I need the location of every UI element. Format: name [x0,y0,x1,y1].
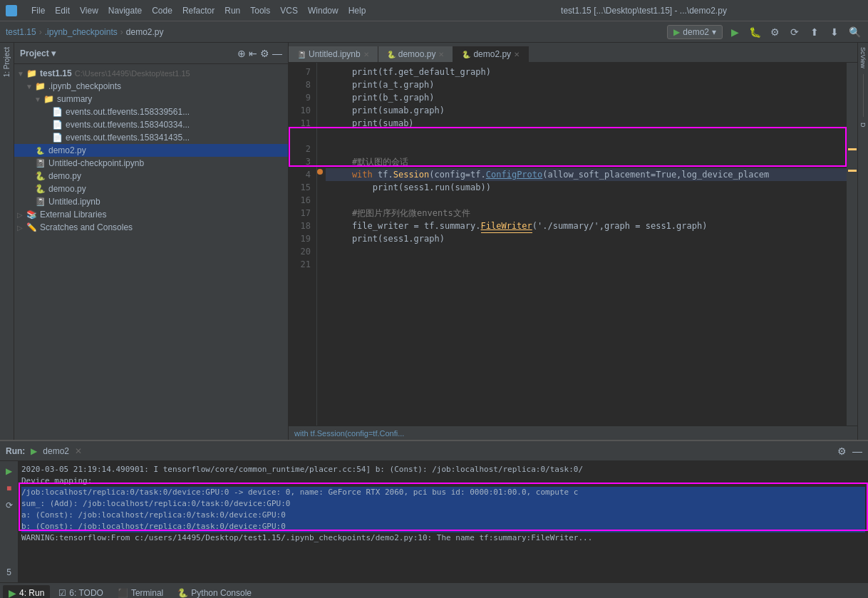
tree-label-external-libs: External Libraries [40,210,106,220]
tab-untitled-ipynb[interactable]: 📓 Untitled.ipynb ✕ [289,46,378,62]
tab-close-demo2[interactable]: ✕ [514,51,520,58]
breadcrumb-project[interactable]: test1.15 [6,27,36,37]
menu-help[interactable]: Help [344,4,371,17]
menu-vcs[interactable]: VCS [276,4,302,17]
tab-demoo[interactable]: 🐍 demoo.py ✕ [378,46,454,62]
tree-item-untitled-checkpoint[interactable]: ▷ 📓 Untitled-checkpoint.ipynb [14,157,288,170]
tab-demo2[interactable]: 🐍 demo2.py ✕ [453,46,529,62]
tree-label-demo2: demo2.py [48,145,86,155]
run-settings-button[interactable]: ⚙ [837,445,847,457]
tree-item-scratches[interactable]: ▷ ✏️ Scratches and Consoles [14,221,288,234]
scratch-icon: ✏️ [26,222,37,232]
code-line-20 [326,245,847,258]
tree-item-events2[interactable]: ▷ 📄 events.out.tfevents.158340334... [14,118,288,131]
project-panel-title: Project ▾ [20,48,237,58]
locate-file-button[interactable]: ⊕ [237,48,246,59]
run-tab-close[interactable]: ✕ [75,446,82,456]
menu-refactor[interactable]: Refactor [178,4,219,17]
editor-breadcrumb-bar: with tf.Session(config=tf.Confi... [289,426,857,440]
folder-icon-summary: 📁 [43,94,54,104]
tree-item-demoo[interactable]: ▷ 🐍 demoo.py [14,182,288,195]
coverage-button[interactable]: ⚙ [767,24,782,40]
run-output-line-2: /job:localhost/replica:0/task:0/device:G… [21,487,865,498]
menu-navigate[interactable]: Navigate [104,4,146,17]
collapse-all-button[interactable]: ⇤ [249,48,257,59]
breadcrumb-checkpoints[interactable]: .ipynb_checkpoints [45,27,118,37]
tree-item-events1[interactable]: ▷ 📄 events.out.tfevents.158339561... [14,105,288,118]
run-header: Run: ▶ demo2 ✕ ⚙ — [0,441,868,461]
run-tab-run[interactable]: ▶ 4: Run [3,585,50,599]
run-scroll-button[interactable]: 5 [2,565,16,579]
tree-label-events1: events.out.tfevents.158339561... [66,107,190,117]
menu-tools[interactable]: Tools [246,4,274,17]
d-tab[interactable]: D [859,118,867,132]
py-icon-demo: 🐍 [34,171,46,181]
update-button[interactable]: ⬆ [807,24,822,40]
run-output-line-3: sum_: (Add): /job:localhost/replica:0/ta… [21,498,865,510]
tree-item-events3[interactable]: ▷ 📄 events.out.tfevents.158341435... [14,131,288,144]
file-icon-events1: 📄 [51,107,63,117]
code-line-11: print(sumab) [326,117,847,130]
code-line-16 [326,194,847,207]
run-restart-button[interactable]: ⟳ [2,498,16,512]
menu-run[interactable]: Run [220,4,244,17]
breadcrumb-file[interactable]: demo2.py [126,27,164,37]
terminal-label: Terminal [131,588,163,598]
code-line-17: #把图片序列化微envents文件 [326,207,847,220]
editor-area: 📓 Untitled.ipynb ✕ 🐍 demoo.py ✕ 🐍 demo2.… [289,43,857,440]
run-tab-python-console[interactable]: 🐍 Python Console [172,586,257,599]
run-tab-icon: ▶ [9,587,16,599]
file-icon-events3: 📄 [51,133,63,143]
run-icon: ▶ [31,446,37,456]
code-line-15: print(sess1.run(sumab)) [326,181,847,194]
tree-item-external-libs[interactable]: ▷ 📚 External Libraries [14,208,288,221]
tab-close-untitled[interactable]: ✕ [363,51,369,58]
tree-item-demo2[interactable]: ▷ 🐍 demo2.py [14,144,288,157]
settings-button[interactable]: ⚙ [260,48,269,59]
tree-item-summary[interactable]: ▼ 📁 summary [14,93,288,105]
tree-item-untitled[interactable]: ▷ 📓 Untitled.ipynb [14,195,288,208]
app-icon [6,5,17,16]
tab-icon-demo2: 🐍 [462,51,470,58]
editor-tabs: 📓 Untitled.ipynb ✕ 🐍 demoo.py ✕ 🐍 demo2.… [289,43,857,63]
tab-close-demoo[interactable]: ✕ [438,51,444,58]
scview-tab[interactable]: ScView [859,43,867,73]
scroll-bar[interactable] [847,63,857,426]
file-icon-events2: 📄 [51,120,63,130]
tree-label-checkpoints: .ipynb_checkpoints [48,81,121,91]
hide-panel-button[interactable]: — [272,48,282,59]
run-stop-button[interactable]: ■ [2,481,16,495]
menu-window[interactable]: Window [304,4,343,17]
menu-code[interactable]: Code [148,4,177,17]
gutter [317,63,326,426]
tree-item-root[interactable]: ▼ 📁 test1.15 C:\Users\14495\Desktop\test… [14,67,288,80]
run-output-line-5: b: (Const): /job:localhost/replica:0/tas… [21,521,865,532]
tab-icon-untitled: 📓 [297,51,306,58]
run-tab-terminal[interactable]: ⬛ Terminal [112,586,169,599]
run-output-line-4: a: (Const): /job:localhost/replica:0/tas… [21,510,865,521]
ipynb-icon-checkpoint: 📓 [34,158,46,168]
tree-item-demo[interactable]: ▷ 🐍 demo.py [14,170,288,182]
code-content[interactable]: print(tf.get_default_graph) print(a_t.gr… [326,63,847,426]
run-tab-todo[interactable]: ☑ 6: TODO [53,586,109,599]
run-config-dropdown[interactable]: ▶ demo2 ▾ [667,25,723,39]
left-side-strip: 1: Project [0,43,14,440]
run-side-buttons: ▶ ■ ⟳ 5 [0,461,19,582]
build-button[interactable]: ⬇ [827,24,842,40]
run-output[interactable]: 2020-03-05 21:19:14.490901: I tensorflow… [19,461,868,582]
debug-button[interactable]: 🐛 [747,24,763,40]
run-play-button[interactable]: ▶ [2,464,16,478]
run-output-line-6: WARNING:tensorflow:From c:/users/14495/D… [21,532,865,544]
profile-button[interactable]: ⟳ [787,24,802,40]
project-tab[interactable]: 1: Project [1,43,12,81]
run-button[interactable]: ▶ [727,24,743,40]
tree-label-root: test1.15 [40,68,72,78]
library-icon: 📚 [26,210,37,220]
search-everywhere-button[interactable]: 🔍 [847,24,862,40]
menu-view[interactable]: View [76,4,103,17]
menu-edit[interactable]: Edit [51,4,74,17]
menu-file[interactable]: File [27,4,49,17]
tree-label-events3: events.out.tfevents.158341435... [66,133,190,143]
run-minimize-button[interactable]: — [852,445,862,457]
tree-item-checkpoints[interactable]: ▼ 📁 .ipynb_checkpoints [14,80,288,93]
